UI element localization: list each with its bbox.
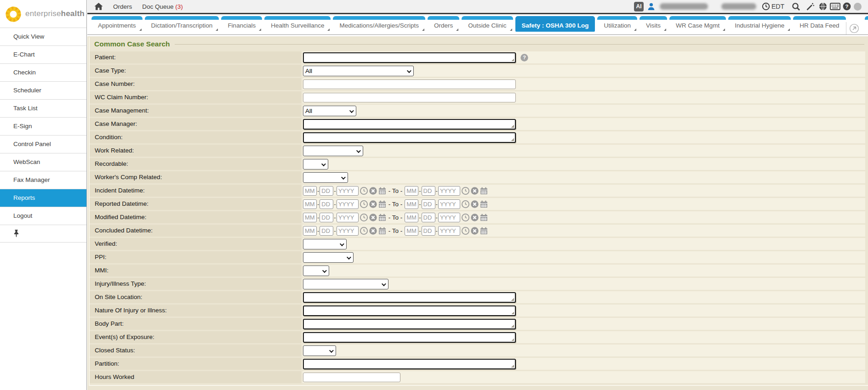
time-icon[interactable]	[462, 187, 469, 195]
tab-medications-allergies-scripts[interactable]: Medications/Allergies/Scripts	[333, 16, 425, 32]
case-management-select[interactable]: All	[303, 106, 356, 116]
patient-help-icon[interactable]: ?	[520, 54, 528, 62]
incident-datetime-to-year[interactable]	[438, 186, 460, 196]
time-icon[interactable]	[462, 227, 469, 235]
user-icon[interactable]	[647, 2, 656, 11]
mmi-select[interactable]	[303, 266, 329, 276]
closed-status-select[interactable]	[303, 345, 336, 356]
wc-claim-number-input[interactable]	[303, 93, 516, 102]
sidebar-item-e-chart[interactable]: E-Chart	[0, 45, 86, 63]
tab-industrial-hygiene[interactable]: Industrial Hygiene	[728, 16, 791, 32]
concluded-datetime-to-year[interactable]	[438, 226, 460, 236]
body-part-input[interactable]	[303, 319, 516, 329]
modified-datetime-to-day[interactable]	[422, 213, 435, 222]
incident-datetime-from-day[interactable]	[320, 186, 333, 196]
on-site-location-input[interactable]	[303, 292, 516, 303]
calendar-icon[interactable]	[378, 187, 386, 195]
incident-datetime-to-day[interactable]	[422, 186, 435, 196]
tab-wr-case-mgmt[interactable]: WR Case Mgmt	[669, 16, 726, 32]
modified-datetime-to-month[interactable]	[405, 213, 418, 222]
avatar-circle[interactable]	[854, 3, 862, 11]
reported-datetime-from-year[interactable]	[337, 199, 359, 209]
workers-comp-related-select[interactable]	[303, 172, 348, 183]
case-manager-input[interactable]	[303, 119, 516, 130]
tab-popout-button[interactable]	[846, 22, 862, 34]
calendar-icon[interactable]	[480, 227, 488, 235]
calendar-icon[interactable]	[480, 187, 488, 195]
modified-datetime-to-year[interactable]	[438, 213, 460, 222]
case-type-select[interactable]: All	[303, 66, 414, 76]
home-icon[interactable]	[94, 3, 103, 11]
tab-financials[interactable]: Financials	[221, 16, 262, 32]
patient-input[interactable]	[303, 52, 516, 63]
recordable-select[interactable]	[303, 159, 328, 170]
case-number-input[interactable]	[303, 79, 516, 89]
keyboard-icon[interactable]	[830, 3, 840, 10]
time-icon[interactable]	[360, 200, 368, 208]
breadcrumb-doc-queue[interactable]: Doc Queue (3)	[142, 3, 183, 10]
clear-icon[interactable]	[369, 214, 377, 221]
concluded-datetime-from-year[interactable]	[337, 226, 359, 236]
time-icon[interactable]	[360, 187, 368, 195]
calendar-icon[interactable]	[378, 214, 386, 221]
pushpin-icon[interactable]	[13, 230, 19, 237]
reported-datetime-from-day[interactable]	[320, 199, 333, 209]
partition-input[interactable]	[303, 359, 516, 369]
hours-worked-input[interactable]	[303, 373, 400, 382]
sidebar-item-scheduler[interactable]: Scheduler	[0, 81, 86, 99]
help-icon[interactable]: ?	[843, 2, 851, 11]
modified-datetime-from-month[interactable]	[303, 213, 317, 222]
clear-icon[interactable]	[471, 227, 479, 235]
clear-icon[interactable]	[369, 200, 377, 208]
condition-input[interactable]	[303, 132, 516, 143]
clear-icon[interactable]	[369, 187, 377, 195]
sidebar-item-task-list[interactable]: Task List	[0, 99, 86, 117]
reported-datetime-to-month[interactable]	[405, 199, 418, 209]
calendar-icon[interactable]	[378, 200, 386, 208]
tab-outside-clinic[interactable]: Outside Clinic	[462, 16, 513, 32]
incident-datetime-from-year[interactable]	[337, 186, 359, 196]
time-icon[interactable]	[360, 227, 368, 235]
sidebar-item-checkin[interactable]: Checkin	[0, 63, 86, 81]
injury-illness-type-select[interactable]	[303, 279, 388, 289]
time-icon[interactable]	[462, 200, 469, 208]
tab-appointments[interactable]: Appointments	[91, 16, 143, 32]
calendar-icon[interactable]	[480, 200, 488, 208]
incident-datetime-to-month[interactable]	[405, 186, 418, 196]
sidebar-item-fax-manager[interactable]: Fax Manager	[0, 171, 86, 189]
ai-badge[interactable]: AI	[634, 2, 644, 11]
sidebar-item-control-panel[interactable]: Control Panel	[0, 135, 86, 153]
time-icon[interactable]	[360, 214, 368, 221]
sidebar-item-quick-view[interactable]: Quick View	[0, 28, 86, 45]
clear-icon[interactable]	[471, 214, 479, 221]
concluded-datetime-from-day[interactable]	[320, 226, 333, 236]
wand-icon[interactable]	[806, 2, 815, 11]
tab-qua[interactable]: Qua	[865, 16, 868, 32]
reported-datetime-to-year[interactable]	[438, 199, 460, 209]
concluded-datetime-to-month[interactable]	[405, 226, 418, 236]
modified-datetime-from-day[interactable]	[320, 213, 333, 222]
sidebar-item-reports[interactable]: Reports	[0, 189, 86, 207]
nature-of-injury-input[interactable]	[303, 305, 516, 316]
tab-health-surveillance[interactable]: Health Surveillance	[264, 16, 331, 32]
incident-datetime-from-month[interactable]	[303, 186, 317, 196]
concluded-datetime-to-day[interactable]	[422, 226, 435, 236]
ppi-select[interactable]	[303, 252, 354, 263]
tab-utilization[interactable]: Utilization	[597, 16, 637, 32]
tab-orders[interactable]: Orders	[428, 16, 459, 32]
breadcrumb-orders[interactable]: Orders	[113, 3, 132, 10]
calendar-icon[interactable]	[480, 214, 488, 221]
time-icon[interactable]	[462, 214, 469, 221]
tab-dictation-transcription[interactable]: Dictation/Transcription	[145, 16, 219, 32]
clear-icon[interactable]	[471, 200, 479, 208]
search-icon[interactable]	[792, 2, 800, 11]
verified-select[interactable]	[303, 239, 347, 249]
sidebar-item-e-sign[interactable]: E-Sign	[0, 117, 86, 135]
clear-icon[interactable]	[369, 227, 377, 235]
events-of-exposure-input[interactable]	[303, 332, 516, 343]
tab-safety-osha-300-log[interactable]: Safety : OSHA 300 Log	[515, 16, 595, 32]
modified-datetime-from-year[interactable]	[337, 213, 359, 222]
sidebar-item-webscan[interactable]: WebScan	[0, 153, 86, 171]
tab-visits[interactable]: Visits	[640, 16, 667, 32]
reported-datetime-to-day[interactable]	[422, 199, 435, 209]
